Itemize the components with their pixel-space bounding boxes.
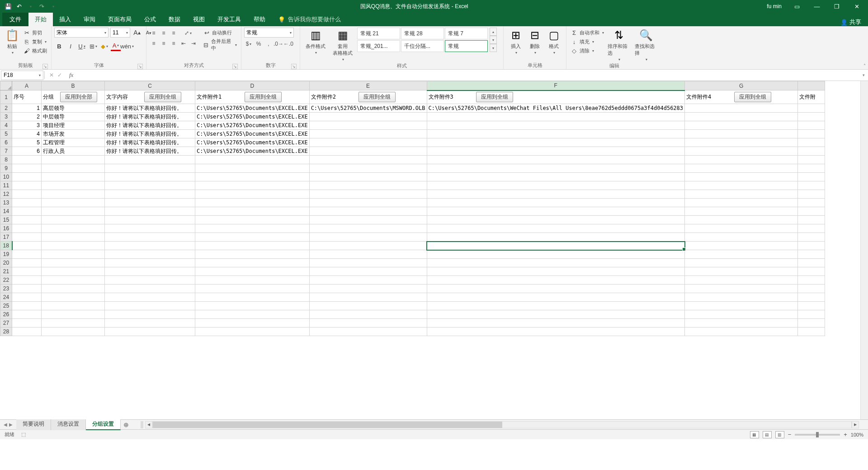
sheet-nav-next-icon[interactable]: ▶ (9, 422, 13, 427)
cell-C16[interactable] (105, 224, 195, 233)
cell-style-1-2[interactable]: 常规 (445, 40, 488, 52)
underline-button[interactable]: U▾ (77, 41, 87, 51)
cell-style-0-1[interactable]: 常规 28 (401, 28, 444, 39)
row-head-27[interactable]: 27 (0, 319, 12, 328)
page-layout-view-icon[interactable]: ▤ (763, 431, 772, 438)
cell-D27[interactable] (195, 319, 310, 328)
cell-B17[interactable] (42, 233, 105, 242)
cell-A14[interactable] (12, 207, 42, 216)
cell-C2[interactable]: 你好！请将以下表格填好回传。 (105, 104, 195, 113)
cell-H26[interactable] (798, 310, 825, 319)
cell-E17[interactable] (309, 233, 427, 242)
cell-A6[interactable]: 5 (12, 138, 42, 147)
cell-A4[interactable]: 3 (12, 121, 42, 130)
zoom-slider[interactable] (795, 434, 840, 436)
cell-F4[interactable] (427, 121, 685, 130)
cell-E3[interactable] (309, 113, 427, 121)
tab-formulas[interactable]: 公式 (138, 13, 162, 26)
cell-F17[interactable] (427, 233, 685, 242)
cell-H4[interactable] (798, 121, 825, 130)
tab-insert[interactable]: 插入 (53, 13, 77, 26)
cell-F24[interactable] (427, 293, 685, 302)
cell-F14[interactable] (427, 207, 685, 216)
cell-A19[interactable] (12, 250, 42, 259)
cell-G3[interactable] (685, 113, 798, 121)
cell-G19[interactable] (685, 250, 798, 259)
cell-C24[interactable] (105, 293, 195, 302)
expand-formula-bar-icon[interactable]: ▾ (859, 73, 868, 77)
cell-F16[interactable] (427, 224, 685, 233)
tab-data[interactable]: 数据 (162, 13, 187, 26)
cell-H25[interactable] (798, 302, 825, 310)
cell-A23[interactable] (12, 285, 42, 293)
cell-B19[interactable] (42, 250, 105, 259)
cell-H21[interactable] (798, 267, 825, 276)
cell-H28[interactable] (798, 328, 825, 336)
number-format-select[interactable]: 常规▾ (244, 28, 294, 38)
cell-G21[interactable] (685, 267, 798, 276)
align-center-icon[interactable]: ≡ (159, 39, 168, 48)
cell-C8[interactable] (105, 156, 195, 164)
tab-view[interactable]: 视图 (187, 13, 211, 26)
new-sheet-button[interactable]: ⊕ (121, 420, 132, 430)
page-break-view-icon[interactable]: ▥ (775, 431, 784, 438)
cell-E8[interactable] (309, 156, 427, 164)
font-name-select[interactable]: 宋体▾ (54, 28, 108, 38)
select-all-corner[interactable] (0, 81, 12, 90)
cell-H15[interactable] (798, 216, 825, 224)
cell-D28[interactable] (195, 328, 310, 336)
col-head-E[interactable]: E (309, 81, 427, 90)
cell-F25[interactable] (427, 302, 685, 310)
cell-C7[interactable]: 你好！请将以下表格填好回传。 (105, 147, 195, 156)
tab-help[interactable]: 帮助 (247, 13, 272, 26)
cell-E19[interactable] (309, 250, 427, 259)
zoom-level[interactable]: 100% (851, 432, 863, 437)
col-head-B[interactable]: B (42, 81, 105, 90)
cell-G12[interactable] (685, 190, 798, 199)
cell-A3[interactable]: 2 (12, 113, 42, 121)
cell-E23[interactable] (309, 285, 427, 293)
align-middle-icon[interactable]: ≡ (159, 28, 168, 38)
cell-G25[interactable] (685, 302, 798, 310)
col-head-G[interactable]: G (685, 81, 798, 90)
cell-style-1-0[interactable]: 常规_201... (357, 40, 400, 52)
hscroll-right-icon[interactable]: ▶ (852, 421, 859, 428)
cell-F28[interactable] (427, 328, 685, 336)
cell-F7[interactable] (427, 147, 685, 156)
sheet-tab-1[interactable]: 消息设置 (51, 419, 86, 430)
cell-C15[interactable] (105, 216, 195, 224)
cell-D9[interactable] (195, 164, 310, 173)
font-launcher-icon[interactable]: ↘ (137, 64, 143, 69)
row-head-14[interactable]: 14 (0, 207, 12, 216)
zoom-out-icon[interactable]: − (788, 431, 792, 438)
formula-input[interactable] (76, 71, 859, 80)
cell-E16[interactable] (309, 224, 427, 233)
cell-F23[interactable] (427, 285, 685, 293)
styles-more-icon[interactable]: ▾ (490, 44, 497, 52)
cell-H24[interactable] (798, 293, 825, 302)
cell-D22[interactable] (195, 276, 310, 285)
name-box[interactable]: F18▾ (1, 71, 43, 80)
cell-B16[interactable] (42, 224, 105, 233)
cell-G23[interactable] (685, 285, 798, 293)
bold-button[interactable]: B (54, 41, 64, 51)
format-cells-button[interactable]: ▢格式▾ (544, 28, 563, 56)
cell-B22[interactable] (42, 276, 105, 285)
align-bottom-icon[interactable]: ≡ (169, 28, 178, 38)
cell-G14[interactable] (685, 207, 798, 216)
cell-E18[interactable] (309, 242, 427, 250)
cell-B4[interactable]: 项目经理 (42, 121, 105, 130)
cell-A20[interactable] (12, 259, 42, 267)
tab-home[interactable]: 开始 (28, 13, 53, 26)
styles-scroll-down-icon[interactable]: ▾ (490, 36, 497, 44)
cell-D21[interactable] (195, 267, 310, 276)
cell-C9[interactable] (105, 164, 195, 173)
cell-G18[interactable] (685, 242, 798, 250)
align-top-icon[interactable]: ≡ (149, 28, 158, 38)
cell-D13[interactable] (195, 199, 310, 207)
row-head-20[interactable]: 20 (0, 259, 12, 267)
cell-E10[interactable] (309, 173, 427, 181)
cell-G1[interactable]: 文件附件4 应用到全组 (685, 90, 798, 104)
cell-D17[interactable] (195, 233, 310, 242)
hscroll-left-icon[interactable]: ◀ (145, 421, 152, 428)
